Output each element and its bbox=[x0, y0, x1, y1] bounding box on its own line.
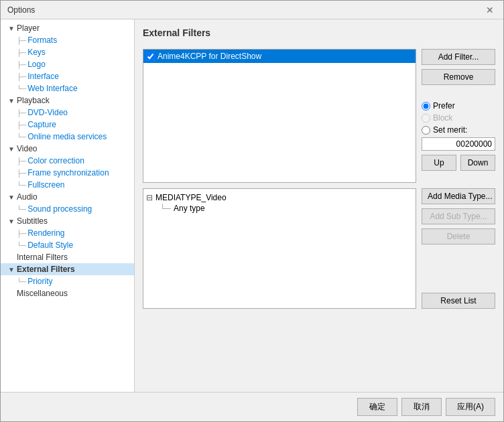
expand-icon-audio: ▼ bbox=[6, 194, 17, 201]
expand-icon-external: ▼ bbox=[6, 266, 17, 273]
main-content: ▼ Player ├─ Formats ├─ Keys ├─ Logo ├─ I… bbox=[1, 19, 503, 392]
block-radio[interactable] bbox=[422, 114, 430, 123]
sidebar-label-dvd-video: DVD-Video bbox=[27, 108, 68, 117]
sidebar-item-priority[interactable]: └─ Priority bbox=[1, 275, 134, 287]
radio-group: Prefer Block Set merit: 00200000 bbox=[422, 101, 495, 151]
sidebar-item-default-style[interactable]: └─ Default Style bbox=[1, 239, 134, 251]
sidebar-label-color-correction: Color correction bbox=[27, 156, 84, 165]
media-area: ⊟ MEDIATYPE_Video └─ Any type Add Media … bbox=[143, 188, 495, 309]
add-sub-type-button[interactable]: Add Sub Type... bbox=[422, 208, 495, 224]
sidebar-item-rendering[interactable]: ├─ Rendering bbox=[1, 227, 134, 239]
sidebar-label-logo: Logo bbox=[27, 60, 46, 69]
sidebar-label-sound-processing: Sound processing bbox=[27, 204, 92, 214]
sidebar-item-keys[interactable]: ├─ Keys bbox=[1, 46, 134, 58]
sidebar-item-audio[interactable]: ▼ Audio bbox=[1, 191, 134, 203]
media-label-any-type: Any type bbox=[174, 204, 205, 213]
sidebar-item-sound-processing[interactable]: └─ Sound processing bbox=[1, 203, 134, 215]
sidebar-item-online-media[interactable]: └─ Online media services bbox=[1, 131, 134, 143]
expand-icon-internal: ▶ bbox=[6, 254, 17, 261]
expand-icon-video: ▼ bbox=[6, 145, 17, 153]
sidebar-item-fullscreen[interactable]: └─ Fullscreen bbox=[1, 179, 134, 191]
sidebar-item-color-correction[interactable]: ├─ Color correction bbox=[1, 155, 134, 167]
sidebar-label-audio: Audio bbox=[17, 192, 38, 202]
right-panel: External Filters Anime4KCPP for DirectSh… bbox=[135, 19, 503, 392]
media-item-video[interactable]: ⊟ MEDIATYPE_Video bbox=[146, 192, 413, 204]
down-button[interactable]: Down bbox=[460, 155, 495, 171]
media-label-video: MEDIATYPE_Video bbox=[155, 193, 227, 202]
sidebar-label-rendering: Rendering bbox=[27, 228, 64, 238]
expand-icon-misc: ▶ bbox=[6, 290, 17, 297]
media-list[interactable]: ⊟ MEDIATYPE_Video └─ Any type bbox=[143, 188, 416, 309]
prefer-radio[interactable] bbox=[422, 102, 430, 111]
sidebar-label-online-media: Online media services bbox=[27, 132, 107, 141]
sidebar-item-miscellaneous[interactable]: ▶ Miscellaneous bbox=[1, 287, 134, 299]
sidebar-item-playback[interactable]: ▼ Playback bbox=[1, 94, 134, 107]
filter-item-anime4k[interactable]: Anime4KCPP for DirectShow bbox=[143, 50, 416, 63]
sidebar-label-interface: Interface bbox=[27, 72, 59, 81]
sidebar-item-player[interactable]: ▼ Player bbox=[1, 22, 134, 34]
panel-title: External Filters bbox=[143, 27, 495, 38]
delete-button[interactable]: Delete bbox=[422, 228, 495, 244]
sidebar-label-playback: Playback bbox=[17, 96, 50, 105]
set-merit-label: Set merit: bbox=[433, 125, 467, 135]
expand-icon: ▼ bbox=[6, 25, 17, 32]
sidebar-item-frame-sync[interactable]: ├─ Frame synchronization bbox=[1, 167, 134, 179]
merit-input[interactable]: 00200000 bbox=[422, 137, 495, 151]
add-filter-button[interactable]: Add Filter... bbox=[422, 49, 495, 65]
sidebar-label-frame-sync: Frame synchronization bbox=[27, 168, 109, 178]
media-buttons: Add Media Type... Add Sub Type... Delete… bbox=[422, 188, 495, 309]
title-bar: Options ✕ bbox=[1, 1, 503, 19]
up-down-row: Up Down bbox=[422, 155, 495, 171]
footer: 确定 取消 应用(A) bbox=[1, 392, 503, 421]
sidebar-label-player: Player bbox=[17, 23, 40, 33]
set-merit-radio[interactable] bbox=[422, 126, 430, 135]
sidebar-label-formats: Formats bbox=[27, 36, 57, 45]
up-button[interactable]: Up bbox=[422, 155, 456, 171]
set-merit-radio-label[interactable]: Set merit: bbox=[422, 125, 495, 135]
apply-button[interactable]: 应用(A) bbox=[446, 398, 495, 416]
sidebar-label-capture: Capture bbox=[27, 120, 56, 129]
filter-label-anime4k: Anime4KCPP for DirectShow bbox=[158, 52, 261, 61]
sidebar-item-capture[interactable]: ├─ Capture bbox=[1, 119, 134, 131]
prefer-label: Prefer bbox=[433, 101, 455, 111]
sidebar-item-video[interactable]: ▼ Video bbox=[1, 143, 134, 155]
sidebar-label-external-filters: External Filters bbox=[17, 265, 75, 274]
sidebar-label-subtitles: Subtitles bbox=[17, 216, 48, 226]
filter-list[interactable]: Anime4KCPP for DirectShow bbox=[143, 49, 416, 183]
filter-area: Anime4KCPP for DirectShow Add Filter... … bbox=[143, 49, 495, 183]
ok-button[interactable]: 确定 bbox=[357, 398, 397, 416]
cancel-button[interactable]: 取消 bbox=[401, 398, 442, 416]
sidebar-item-formats[interactable]: ├─ Formats bbox=[1, 34, 134, 46]
sidebar-label-priority: Priority bbox=[27, 277, 52, 286]
window-title: Options bbox=[7, 5, 35, 15]
reset-list-button[interactable]: Reset List bbox=[422, 293, 495, 309]
filter-checkbox-anime4k[interactable] bbox=[146, 52, 155, 61]
expand-icon-playback: ▼ bbox=[6, 97, 17, 104]
sidebar-item-dvd-video[interactable]: ├─ DVD-Video bbox=[1, 107, 134, 119]
sidebar-label-miscellaneous: Miscellaneous bbox=[17, 289, 68, 298]
options-window: Options ✕ ▼ Player ├─ Formats ├─ Keys ├─… bbox=[0, 0, 504, 422]
sidebar: ▼ Player ├─ Formats ├─ Keys ├─ Logo ├─ I… bbox=[1, 19, 135, 392]
media-sub-item-any-type[interactable]: └─ Any type bbox=[146, 204, 413, 213]
sidebar-item-web-interface[interactable]: └─ Web Interface bbox=[1, 82, 134, 94]
sidebar-item-interface[interactable]: ├─ Interface bbox=[1, 70, 134, 82]
sidebar-label-fullscreen: Fullscreen bbox=[27, 180, 64, 190]
sidebar-label-video: Video bbox=[17, 144, 37, 153]
sidebar-label-keys: Keys bbox=[27, 48, 46, 57]
sidebar-item-internal-filters[interactable]: ▶ Internal Filters bbox=[1, 251, 134, 263]
sidebar-item-external-filters[interactable]: ▼ External Filters bbox=[1, 263, 134, 275]
add-media-type-button[interactable]: Add Media Type... bbox=[422, 188, 495, 204]
filter-buttons: Add Filter... Remove Prefer Block bbox=[422, 49, 495, 183]
block-label: Block bbox=[433, 113, 452, 123]
remove-button[interactable]: Remove bbox=[422, 69, 495, 85]
block-radio-label[interactable]: Block bbox=[422, 113, 495, 123]
sidebar-label-web-interface: Web Interface bbox=[27, 84, 77, 93]
sidebar-item-logo[interactable]: ├─ Logo bbox=[1, 58, 134, 70]
close-button[interactable]: ✕ bbox=[483, 5, 497, 15]
sidebar-label-internal-filters: Internal Filters bbox=[17, 253, 68, 262]
expand-icon-subtitles: ▼ bbox=[6, 218, 17, 225]
sidebar-item-subtitles[interactable]: ▼ Subtitles bbox=[1, 215, 134, 227]
sidebar-label-default-style: Default Style bbox=[27, 240, 73, 250]
prefer-radio-label[interactable]: Prefer bbox=[422, 101, 495, 111]
